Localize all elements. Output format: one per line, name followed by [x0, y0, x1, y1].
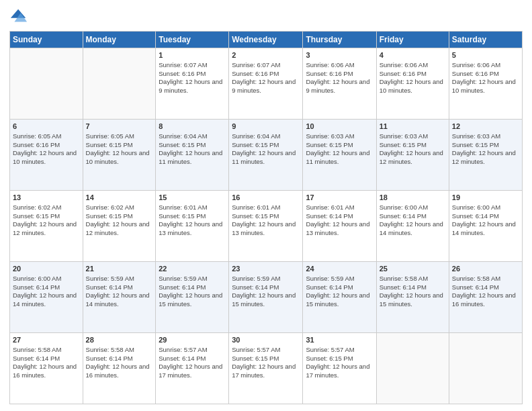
day-number: 27 — [13, 335, 80, 345]
weekday-header-thursday: Thursday — [303, 32, 376, 48]
day-info: Sunrise: 6:03 AMSunset: 6:15 PMDaylight:… — [306, 132, 373, 167]
day-info: Sunrise: 6:02 AMSunset: 6:15 PMDaylight:… — [86, 203, 153, 238]
day-number: 5 — [452, 50, 519, 60]
day-number: 12 — [452, 122, 519, 132]
day-cell: 30Sunrise: 5:57 AMSunset: 6:15 PMDayligh… — [229, 333, 303, 404]
day-cell: 6Sunrise: 6:05 AMSunset: 6:16 PMDaylight… — [10, 120, 83, 191]
day-info: Sunrise: 6:03 AMSunset: 6:15 PMDaylight:… — [380, 132, 446, 167]
day-info: Sunrise: 6:01 AMSunset: 6:15 PMDaylight:… — [159, 203, 226, 238]
day-cell: 25Sunrise: 5:58 AMSunset: 6:14 PMDayligh… — [376, 262, 449, 333]
day-number: 7 — [86, 122, 153, 132]
weekday-header-friday: Friday — [376, 32, 449, 48]
day-cell — [449, 333, 522, 404]
day-cell: 18Sunrise: 6:00 AMSunset: 6:14 PMDayligh… — [376, 191, 449, 262]
day-number: 29 — [159, 335, 226, 345]
day-cell — [376, 333, 449, 404]
day-cell: 1Sunrise: 6:07 AMSunset: 6:16 PMDaylight… — [156, 48, 229, 120]
day-info: Sunrise: 5:59 AMSunset: 6:14 PMDaylight:… — [306, 275, 373, 309]
day-cell: 8Sunrise: 6:04 AMSunset: 6:15 PMDaylight… — [156, 120, 229, 191]
weekday-header-monday: Monday — [83, 32, 156, 48]
day-info: Sunrise: 5:57 AMSunset: 6:14 PMDaylight:… — [159, 346, 226, 380]
day-number: 22 — [159, 264, 226, 274]
day-cell: 23Sunrise: 5:59 AMSunset: 6:14 PMDayligh… — [229, 262, 303, 333]
day-number: 10 — [306, 122, 373, 132]
day-info: Sunrise: 6:02 AMSunset: 6:15 PMDaylight:… — [13, 203, 80, 238]
day-number: 30 — [232, 335, 300, 345]
day-cell: 9Sunrise: 6:04 AMSunset: 6:15 PMDaylight… — [229, 120, 303, 191]
day-cell: 12Sunrise: 6:03 AMSunset: 6:15 PMDayligh… — [449, 120, 522, 191]
day-number: 8 — [159, 122, 226, 132]
day-cell: 26Sunrise: 5:58 AMSunset: 6:14 PMDayligh… — [449, 262, 522, 333]
day-info: Sunrise: 5:57 AMSunset: 6:15 PMDaylight:… — [306, 346, 373, 380]
day-cell: 11Sunrise: 6:03 AMSunset: 6:15 PMDayligh… — [376, 120, 449, 191]
calendar-table: SundayMondayTuesdayWednesdayThursdayFrid… — [9, 31, 523, 404]
day-number: 11 — [380, 122, 446, 132]
day-info: Sunrise: 6:00 AMSunset: 6:14 PMDaylight:… — [380, 203, 446, 238]
day-number: 26 — [452, 264, 519, 274]
day-info: Sunrise: 6:01 AMSunset: 6:15 PMDaylight:… — [232, 203, 300, 238]
day-cell: 7Sunrise: 6:05 AMSunset: 6:15 PMDaylight… — [83, 120, 156, 191]
day-cell: 16Sunrise: 6:01 AMSunset: 6:15 PMDayligh… — [229, 191, 303, 262]
day-number: 19 — [452, 193, 519, 203]
day-cell: 5Sunrise: 6:06 AMSunset: 6:16 PMDaylight… — [449, 48, 522, 120]
day-cell: 22Sunrise: 5:59 AMSunset: 6:14 PMDayligh… — [156, 262, 229, 333]
week-row-3: 13Sunrise: 6:02 AMSunset: 6:15 PMDayligh… — [10, 191, 523, 262]
day-info: Sunrise: 6:00 AMSunset: 6:14 PMDaylight:… — [13, 275, 80, 309]
day-number: 24 — [306, 264, 373, 274]
day-info: Sunrise: 5:57 AMSunset: 6:15 PMDaylight:… — [232, 346, 300, 380]
day-cell: 24Sunrise: 5:59 AMSunset: 6:14 PMDayligh… — [303, 262, 376, 333]
day-number: 1 — [159, 50, 226, 60]
day-cell: 29Sunrise: 5:57 AMSunset: 6:14 PMDayligh… — [156, 333, 229, 404]
logo — [9, 7, 31, 26]
day-number: 25 — [380, 264, 446, 274]
day-cell: 4Sunrise: 6:06 AMSunset: 6:16 PMDaylight… — [376, 48, 449, 120]
day-number: 17 — [306, 193, 373, 203]
day-cell: 14Sunrise: 6:02 AMSunset: 6:15 PMDayligh… — [83, 191, 156, 262]
day-info: Sunrise: 6:04 AMSunset: 6:15 PMDaylight:… — [159, 132, 226, 167]
day-info: Sunrise: 6:06 AMSunset: 6:16 PMDaylight:… — [452, 61, 519, 95]
day-number: 28 — [86, 335, 153, 345]
day-cell: 21Sunrise: 5:59 AMSunset: 6:14 PMDayligh… — [83, 262, 156, 333]
day-number: 9 — [232, 122, 300, 132]
day-number: 2 — [232, 50, 300, 60]
weekday-header-sunday: Sunday — [10, 32, 83, 48]
week-row-4: 20Sunrise: 6:00 AMSunset: 6:14 PMDayligh… — [10, 262, 523, 333]
weekday-header-tuesday: Tuesday — [156, 32, 229, 48]
day-cell: 17Sunrise: 6:01 AMSunset: 6:14 PMDayligh… — [303, 191, 376, 262]
logo-icon — [9, 7, 28, 26]
day-info: Sunrise: 6:07 AMSunset: 6:16 PMDaylight:… — [159, 61, 226, 95]
weekday-header-row: SundayMondayTuesdayWednesdayThursdayFrid… — [10, 32, 523, 48]
weekday-header-wednesday: Wednesday — [229, 32, 303, 48]
day-number: 4 — [380, 50, 446, 60]
day-info: Sunrise: 6:06 AMSunset: 6:16 PMDaylight:… — [306, 61, 373, 95]
day-number: 3 — [306, 50, 373, 60]
day-number: 6 — [13, 122, 80, 132]
day-info: Sunrise: 6:00 AMSunset: 6:14 PMDaylight:… — [452, 203, 519, 238]
week-row-1: 1Sunrise: 6:07 AMSunset: 6:16 PMDaylight… — [10, 48, 523, 120]
day-cell — [83, 48, 156, 120]
day-number: 16 — [232, 193, 300, 203]
day-cell: 28Sunrise: 5:58 AMSunset: 6:14 PMDayligh… — [83, 333, 156, 404]
day-number: 18 — [380, 193, 446, 203]
day-cell: 27Sunrise: 5:58 AMSunset: 6:14 PMDayligh… — [10, 333, 83, 404]
day-cell: 2Sunrise: 6:07 AMSunset: 6:16 PMDaylight… — [229, 48, 303, 120]
day-cell — [10, 48, 83, 120]
day-info: Sunrise: 6:05 AMSunset: 6:15 PMDaylight:… — [86, 132, 153, 167]
day-number: 13 — [13, 193, 80, 203]
day-info: Sunrise: 5:59 AMSunset: 6:14 PMDaylight:… — [159, 275, 226, 309]
day-info: Sunrise: 5:58 AMSunset: 6:14 PMDaylight:… — [86, 346, 153, 380]
weekday-header-saturday: Saturday — [449, 32, 522, 48]
day-info: Sunrise: 6:03 AMSunset: 6:15 PMDaylight:… — [452, 132, 519, 167]
day-info: Sunrise: 5:59 AMSunset: 6:14 PMDaylight:… — [232, 275, 300, 309]
day-info: Sunrise: 6:06 AMSunset: 6:16 PMDaylight:… — [380, 61, 446, 95]
day-cell: 31Sunrise: 5:57 AMSunset: 6:15 PMDayligh… — [303, 333, 376, 404]
header — [9, 7, 523, 26]
day-cell: 15Sunrise: 6:01 AMSunset: 6:15 PMDayligh… — [156, 191, 229, 262]
day-number: 14 — [86, 193, 153, 203]
day-number: 31 — [306, 335, 373, 345]
day-number: 21 — [86, 264, 153, 274]
day-info: Sunrise: 6:04 AMSunset: 6:15 PMDaylight:… — [232, 132, 300, 167]
day-cell: 3Sunrise: 6:06 AMSunset: 6:16 PMDaylight… — [303, 48, 376, 120]
day-number: 23 — [232, 264, 300, 274]
week-row-5: 27Sunrise: 5:58 AMSunset: 6:14 PMDayligh… — [10, 333, 523, 404]
